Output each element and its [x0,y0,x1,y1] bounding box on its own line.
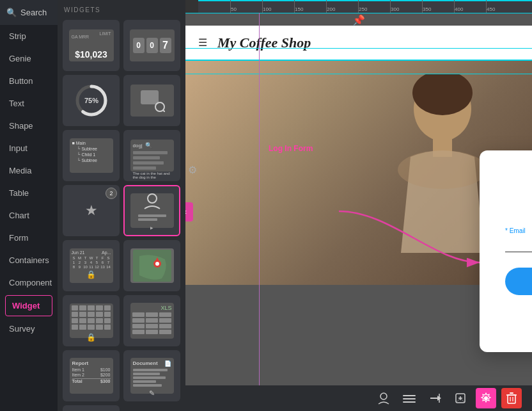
svg-point-26 [484,396,488,400]
toolbar-dots-icon[interactable] [399,388,419,408]
sidebar-item-widget[interactable]: Widget [5,295,52,316]
sidebar-item-form[interactable]: Form [0,227,58,249]
svg-line-5 [163,110,165,112]
sidebar-item-genie[interactable]: Genie [0,47,58,70]
svg-point-6 [148,194,157,203]
toolbar-arrow-in-icon[interactable] [425,388,445,408]
widgets-panel-label: WIDGETS [58,0,185,17]
widget-stripes[interactable]: 🔒 [63,295,120,346]
sidebar-item-text[interactable]: Text [0,92,58,115]
svg-rect-17 [403,395,416,396]
widgets-panel: WIDGETS LIMIT GA MRR $10,023 0 0 7 [58,0,185,411]
widget-rating[interactable]: ★ 2 [63,185,120,236]
settings-gear-icon[interactable]: ⚙ [188,164,197,176]
sidebar-item-component[interactable]: Component [0,271,58,294]
widget-document[interactable]: Document📄 ✎ [123,350,180,401]
bottom-toolbar [185,385,532,411]
widget-map[interactable] [123,240,180,291]
guide-pink-v [259,13,260,411]
form-label: Log In Form [269,144,313,153]
svg-rect-18 [403,398,416,399]
sidebar-nav: 🔍 Search Strip Genie Button Text Shape I… [0,0,58,411]
guide-line-2 [185,74,532,74]
main-canvas-area: 50 100 150 200 250 300 350 400 450 📌 ‹ ⚙… [185,0,532,411]
widget-stat[interactable]: LIMIT GA MRR $10,023 [63,20,120,71]
continue-button[interactable]: Continue [505,268,532,295]
widget-stripe-payment[interactable]: Stripe 💳 [63,405,120,411]
canvas-area: 📌 ‹ ⚙ ☰ My Coffee Shop [185,13,532,411]
sidebar-item-containers[interactable]: Containers [0,249,58,271]
sidebar-item-search[interactable]: 🔍 Search [0,0,58,25]
svg-point-10 [155,262,159,266]
ruler-container: 50 100 150 200 250 300 350 400 450 [185,0,532,13]
login-card: Log In It's coffee time ! * Email Contin… [480,150,532,352]
widget-calendar[interactable]: Jun 21Ap... SMT WTFS 123 4567 8910 11121… [63,240,120,291]
guide-line-top [185,13,532,13]
svg-point-14 [398,150,487,189]
widget-xls[interactable]: XLS [123,295,180,346]
no-account-text: Don't have an account? [505,308,532,317]
email-input[interactable] [505,237,532,252]
widget-circle-progress[interactable]: 75% [63,75,120,126]
svg-point-16 [380,393,387,399]
sidebar-item-strip[interactable]: Strip [0,25,58,47]
signup-link[interactable]: Sign Up [505,319,532,329]
guide-line-header-bottom [185,48,532,49]
sidebar-label-search: Search [20,8,47,17]
sidebar-item-button[interactable]: Button [0,70,58,92]
toolbar-gear-icon[interactable] [476,388,496,408]
widget-image-search[interactable] [123,75,180,126]
sidebar-item-media[interactable]: Media [0,159,58,182]
collapse-panel-button[interactable]: ‹ [185,202,193,222]
login-card-title: Log In [505,173,532,197]
sidebar-item-chart[interactable]: Chart [0,204,58,227]
sidebar-item-survey[interactable]: Survey [0,318,58,340]
login-card-subtitle: It's coffee time ! [505,202,532,212]
toolbar-export-icon[interactable] [450,388,471,408]
svg-rect-3 [141,90,159,104]
svg-text:75%: 75% [84,97,98,104]
widget-search-text[interactable]: dog| 🔍 The cat in the hat and the dog in… [123,130,180,181]
search-icon: 🔍 [6,8,17,17]
circle-progress-svg: 75% [74,83,109,118]
widget-report[interactable]: Report Item 1$100 Item 2$200 Total$300 [63,350,120,401]
toolbar-person-icon[interactable] [373,388,394,408]
horizontal-ruler: 50 100 150 200 250 300 350 400 450 [198,0,532,13]
widget-login[interactable]: ▶ [123,185,180,236]
widgets-grid: LIMIT GA MRR $10,023 0 0 7 [58,17,185,411]
site-header: ☰ My Coffee Shop [185,26,532,61]
sidebar-item-shape[interactable]: Shape [0,115,58,137]
widget-text-tree[interactable]: ■ Main └ Subtree └ Child 1 └ Subtree [63,130,120,181]
sidebar-item-input[interactable]: Input [0,137,58,159]
pin-icon[interactable]: 📌 [352,14,365,26]
email-label: * Email [505,227,532,234]
sidebar-item-table[interactable]: Table [0,182,58,204]
widget-counter[interactable]: 0 0 7 [123,20,180,71]
svg-rect-27 [508,395,515,403]
ruler-corner [185,0,198,13]
svg-rect-19 [403,401,416,403]
toolbar-trash-icon[interactable] [501,388,522,408]
svg-point-4 [155,102,164,111]
hamburger-icon[interactable]: ☰ [198,36,207,49]
